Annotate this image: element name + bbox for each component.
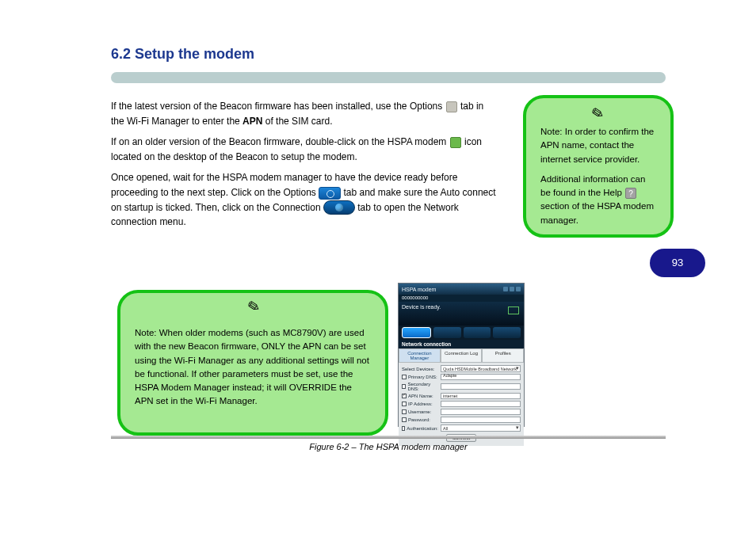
hspa-tab-options[interactable]: [493, 327, 521, 338]
hspa-status-area: Device is ready.: [399, 302, 524, 326]
row-password: Password:: [402, 417, 521, 423]
row-secondary-dns: Secondary DNS:: [402, 382, 521, 391]
fld-password[interactable]: [441, 417, 521, 423]
apn-label: APN: [242, 116, 262, 127]
hspa-subbar: 0000000000: [399, 295, 524, 302]
note-right-line1: Note: In order to confirm the APN name, …: [540, 125, 656, 166]
fld-ip-address[interactable]: [441, 401, 521, 407]
note-bottom-text: Note: When older modems (such as MC8790V…: [135, 326, 371, 409]
cb-primary-dns[interactable]: [402, 375, 407, 379]
lbl-select-device: Select Devices:: [402, 367, 438, 371]
hspa-tab-2[interactable]: [433, 327, 461, 338]
lbl-authentication: Authentication:: [402, 426, 438, 431]
lbl-secondary-dns: Secondary DNS:: [402, 382, 438, 391]
options-tab-icon: [319, 187, 341, 200]
hspa-main-tabs: [399, 326, 524, 340]
section-title: 6.2 Setup the modem: [111, 46, 682, 63]
help-icon: ?: [625, 188, 636, 199]
subtab-connection-log[interactable]: Connection Log: [441, 348, 483, 363]
p1a: If the latest version of the Beacon firm…: [111, 101, 445, 112]
body-text-block: If the latest version of the Beacon firm…: [111, 99, 499, 230]
select-device-dropdown[interactable]: Quda HSDMobile Broadband Network Adapte: [441, 365, 521, 372]
cb-password[interactable]: [402, 417, 407, 422]
hspa-status-text: Device is ready.: [402, 304, 441, 310]
row-username: Username:: [402, 409, 521, 415]
note-apn-help: ✎ Note: In order to confirm the APN name…: [523, 95, 674, 238]
options-icon: [446, 101, 457, 112]
subtab-connection-manager[interactable]: Connection Manager: [399, 348, 441, 363]
cb-secondary-dns[interactable]: [402, 384, 406, 389]
hspa-section-label: Network connection: [399, 340, 524, 348]
row-ip-address: IP Address:: [402, 401, 521, 407]
note-older-modems: ✎ Note: When older modems (such as MC879…: [117, 290, 388, 436]
paragraph-1: If the latest version of the Beacon firm…: [111, 99, 499, 128]
lbl-username: Username:: [402, 409, 438, 414]
hspa-title: HSPA modem: [402, 287, 436, 292]
cb-authentication[interactable]: [402, 426, 405, 431]
footer-divider: [111, 436, 666, 439]
lbl-primary-dns: Primary DNS:: [402, 375, 438, 379]
p1c: of the SIM card.: [265, 116, 333, 127]
hspa-titlebar: HSPA modem: [399, 284, 524, 295]
fld-username[interactable]: [441, 409, 521, 415]
hspa-tab-connection[interactable]: [402, 327, 431, 338]
sel-authentication[interactable]: All: [441, 424, 521, 432]
lbl-ip-address: IP Address:: [402, 402, 438, 406]
fld-secondary-dns[interactable]: [441, 383, 521, 390]
note-right-text: Note: In order to confirm the APN name, …: [540, 125, 656, 227]
cb-username[interactable]: [402, 409, 407, 414]
page-number-badge: 93: [650, 249, 705, 277]
pen-icon: ✎: [242, 296, 262, 318]
hspa-subtabs: Connection Manager Connection Log Profil…: [399, 348, 524, 363]
figure-caption: Figure 6-2 – The HSPA modem manager: [111, 442, 666, 451]
p2a: If on an older version of the Beacon fir…: [111, 136, 449, 147]
lbl-apn-name: APN Name:: [402, 394, 438, 398]
pen-icon: ✎: [586, 103, 605, 125]
connection-tab-icon: [323, 200, 355, 215]
row-select-device: Select Devices: Quda HSDMobile Broadband…: [402, 365, 521, 372]
note-right-line2b: section of the HSPA modem manager.: [540, 201, 654, 224]
note-right-line2: Additional information can be found in t…: [540, 173, 656, 227]
hspa-desktop-icon: [450, 137, 461, 148]
paragraph-3: Once opened, wait for the HSPA modem man…: [111, 170, 499, 230]
title-underline-bar: [111, 72, 666, 83]
cb-apn-name[interactable]: [402, 394, 407, 398]
row-primary-dns: Primary DNS:: [402, 374, 521, 380]
hspa-window-controls[interactable]: [503, 287, 521, 291]
hspa-tab-3[interactable]: [464, 327, 491, 338]
page-content: 6.2 Setup the modem If the latest versio…: [111, 46, 682, 236]
row-apn-name: APN Name: internet: [402, 393, 521, 399]
paragraph-2: If on an older version of the Beacon fir…: [111, 135, 499, 164]
laptop-icon: [508, 306, 519, 314]
lbl-password: Password:: [402, 417, 438, 422]
hspa-form: Select Devices: Quda HSDMobile Broadband…: [399, 363, 524, 446]
subtab-profiles[interactable]: Profiles: [482, 348, 524, 363]
fld-apn-name[interactable]: internet: [441, 393, 521, 399]
row-authentication: Authentication: All: [402, 424, 521, 432]
cb-ip-address[interactable]: [402, 402, 407, 406]
hspa-modem-screenshot: HSPA modem 0000000000 Device is ready. N…: [398, 283, 525, 427]
